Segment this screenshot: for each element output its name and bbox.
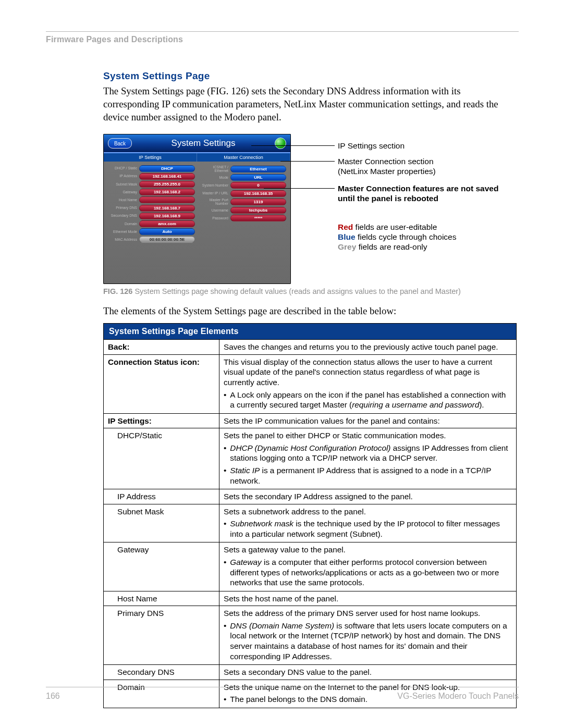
intro-paragraph: The System Settings page (FIG. 126) sets… [103,85,517,124]
row-desc: Sets a secondary DNS value to the panel. [219,665,517,680]
legend-grey: Grey [338,242,356,251]
field-value[interactable]: 192.168.168.41 [139,173,195,180]
field-value[interactable]: Ethernet [230,166,286,172]
field-value[interactable]: 1319 [230,199,286,205]
row-desc: Sets the panel to either DHCP or Static … [219,428,517,489]
field-value[interactable]: URL [230,174,286,181]
field-row: Usernametechpubs [199,207,286,214]
table-intro: The elements of the System Settings page… [103,305,517,318]
section-master-connection: Master Connection [197,153,290,162]
page-header: Firmware Pages and Descriptions [46,35,519,44]
table-row: DHCP/StaticSets the panel to either DHCP… [104,428,517,489]
row-label: IP Settings: [104,413,219,428]
section-ip-settings: IP Settings [104,153,197,162]
field-value[interactable] [139,196,195,203]
field-label: System Number [199,183,228,188]
field-value[interactable]: 192.168.168.2 [139,189,195,195]
table-row: Subnet MaskSets a subnetwork address to … [104,504,517,542]
field-row: IP Address192.168.168.41 [108,173,195,180]
field-value[interactable]: amx.com [139,220,195,227]
row-label: DHCP/Static [104,428,219,489]
row-label: IP Address [104,489,219,504]
row-label: Subnet Mask [104,504,219,542]
row-label: Connection Status icon: [104,354,219,413]
callout-ip-settings: IP Settings section [338,141,517,151]
field-label: Master IP / URL [199,191,228,195]
field-value[interactable]: 192.168.168.35 [230,190,286,197]
figure-block: Back System Settings IP Settings Master … [103,134,517,284]
callouts: IP Settings section Master Connection se… [296,134,517,284]
table-row: Primary DNSSets the address of the prima… [104,606,517,665]
field-value[interactable]: techpubs [230,207,286,214]
field-label: Host Name [108,198,137,202]
field-label: Primary DNS [108,206,137,210]
field-row: MAC Address00:60:00:00:00:5E [108,236,195,243]
page-title: System Settings Page [103,70,517,82]
field-row: Password***** [199,215,286,221]
field-label: IP Address [108,174,137,178]
table-row: Back:Saves the changes and returns you t… [104,340,517,355]
row-label: Back: [104,340,219,355]
field-value[interactable]: 0 [230,182,286,189]
table-row: IP Settings:Sets the IP communication va… [104,413,517,428]
field-row: Subnet Mask255.255.255.0 [108,181,195,188]
row-desc: Sets the address of the primary DNS serv… [219,606,517,665]
field-label: DHCP / Static [108,166,137,170]
row-label: Secondary DNS [104,665,219,680]
field-label: Password [199,216,228,220]
screenshot: Back System Settings IP Settings Master … [103,134,291,284]
table-row: Host NameSets the host name of the panel… [104,591,517,606]
field-value[interactable]: 192.168.168.7 [139,205,195,212]
field-row: Domainamx.com [108,220,195,227]
field-value[interactable]: Auto [139,228,195,235]
row-desc: This visual display of the connection st… [219,354,517,413]
screenshot-title: System Settings [172,138,236,149]
field-row: DHCP / StaticDHCP [108,165,195,172]
page-number: 166 [46,692,60,701]
field-label: Ethernet Mode [108,230,137,234]
callout-reboot-note: Master Connection features are not saved… [338,184,517,204]
row-label: Primary DNS [104,606,219,665]
field-label: Gateway [108,190,137,194]
back-button[interactable]: Back [108,138,132,149]
legend-blue: Blue [338,232,356,241]
field-label: MAC Address [108,238,137,242]
field-row: Gateway192.168.168.2 [108,189,195,195]
field-value[interactable]: 192.168.168.9 [139,213,195,219]
connection-status-icon[interactable] [275,138,286,149]
row-desc: Sets the host name of the panel. [219,591,517,606]
field-value[interactable]: DHCP [139,165,195,172]
field-row: Primary DNS192.168.168.7 [108,205,195,212]
table-row: Connection Status icon:This visual displ… [104,354,517,413]
field-value: 00:60:00:00:00:5E [139,236,195,243]
field-label: ICSNET / Ethernet [199,165,228,173]
field-row: ModeURL [199,174,286,181]
row-label: Gateway [104,542,219,591]
table-row: Secondary DNSSets a secondary DNS value … [104,665,517,680]
callout-master-connection: Master Connection section [338,157,434,166]
field-row: Master IP / URL192.168.168.35 [199,190,286,197]
row-desc: Saves the changes and returns you to the… [219,340,517,355]
field-row: Master Port Number1319 [199,198,286,206]
field-label: Master Port Number [199,198,228,206]
row-desc: Sets the IP communication values for the… [219,413,517,428]
field-label: Mode [199,176,228,180]
field-label: Username [199,208,228,213]
row-desc: Sets a subnetwork address to the panel.S… [219,504,517,542]
figure-caption: FIG. 126 System Settings page showing de… [103,287,517,295]
table-header: System Settings Page Elements [104,324,517,340]
field-label: Subnet Mask [108,182,137,187]
row-desc: Sets a gateway value to the panel.Gatewa… [219,542,517,591]
legend-red: Red [338,223,353,231]
field-label: Secondary DNS [108,214,137,218]
field-row: Secondary DNS192.168.168.9 [108,213,195,219]
table-row: IP AddressSets the secondary IP Address … [104,489,517,504]
field-value[interactable]: 255.255.255.0 [139,181,195,188]
footer-doc-title: VG-Series Modero Touch Panels [397,692,519,701]
field-label: Domain [108,222,137,226]
field-row: Ethernet ModeAuto [108,228,195,235]
table-row: GatewaySets a gateway value to the panel… [104,542,517,591]
field-value[interactable]: ***** [230,215,286,221]
row-label: Host Name [104,591,219,606]
elements-table: System Settings Page Elements Back:Saves… [103,323,517,708]
